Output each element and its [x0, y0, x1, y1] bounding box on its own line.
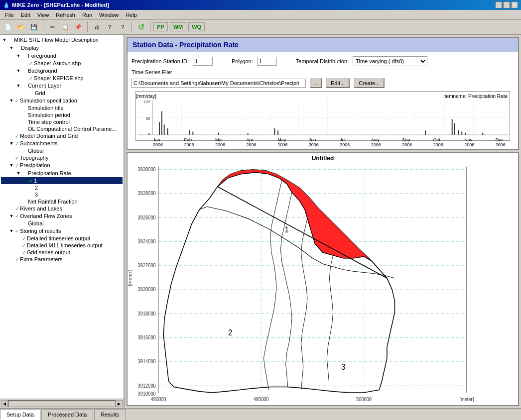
maximize-button[interactable]: □: [503, 1, 510, 8]
tree-toggle-precip[interactable]: ▼: [8, 162, 15, 169]
tree-item-detailedm11[interactable]: ✓Detailed M11 timeseries output: [1, 242, 123, 249]
tree-toggle-preciprate[interactable]: ▼: [15, 170, 22, 177]
wm-button[interactable]: WM: [170, 22, 187, 31]
tree-item-precip[interactable]: ▼✓Precipitation: [1, 161, 123, 169]
timeseries-file-input[interactable]: [131, 79, 306, 88]
tree-toggle-background[interactable]: ▼: [15, 67, 22, 74]
tree-item-overlandflow[interactable]: ▼✓Overland Flow Zones: [1, 212, 123, 220]
main-content: ▼ MIKE SHE Flow Model Description▼ Displ…: [0, 35, 521, 408]
chart-container: [mm/day] Itemname: Precipitation Rate 10…: [135, 91, 510, 141]
tree-item-background[interactable]: ▼ Background: [1, 67, 123, 75]
menu-refresh[interactable]: Refresh: [53, 11, 78, 18]
tree-item-detailed[interactable]: ✓Detailed timeseries output: [1, 235, 123, 242]
help2-button[interactable]: ?: [117, 21, 129, 32]
tree-item-extraparams[interactable]: ✓Extra Parameters: [1, 256, 123, 263]
new-button[interactable]: 📄: [2, 21, 14, 32]
tree-toggle-overlandflow[interactable]: ▼: [8, 212, 15, 219]
title-bar-left: 💧 MIKE Zero - [SHEPar1.she - Modified]: [3, 2, 109, 8]
menu-help[interactable]: Help: [123, 11, 140, 18]
chart-label-mar: Mar2006: [215, 137, 225, 147]
tree-item-topography[interactable]: ✓Topography: [1, 154, 123, 161]
browse-button[interactable]: ...: [310, 78, 322, 88]
tree-label-precip: Precipitation: [20, 162, 50, 168]
tree-item-simspec[interactable]: ▼✓Simulation specification: [1, 97, 123, 105]
menu-view[interactable]: View: [34, 11, 52, 18]
tree-item-p3[interactable]: 3: [1, 191, 123, 198]
tree-toggle-simspec[interactable]: ▼: [8, 97, 15, 104]
tree-item-global2[interactable]: Global: [1, 220, 123, 227]
copy-button[interactable]: 📋: [59, 21, 71, 32]
tab-setup-data[interactable]: Setup Data: [0, 409, 40, 420]
refresh-icon[interactable]: ↺: [135, 21, 147, 32]
tree-toggle-foreground[interactable]: ▼: [15, 52, 22, 59]
help-button[interactable]: ?: [104, 21, 116, 32]
tree-item-foreground[interactable]: ▼ Foreground: [1, 52, 123, 60]
tree-item-global1[interactable]: Global: [1, 147, 123, 154]
tree-toggle-currentlayer[interactable]: ▼: [15, 82, 22, 89]
tree-item-root[interactable]: ▼ MIKE SHE Flow Model Description: [1, 36, 123, 44]
tree-item-p2[interactable]: 2: [1, 184, 123, 191]
open-button[interactable]: 📂: [15, 21, 27, 32]
edit-button[interactable]: Edit...: [326, 78, 350, 88]
tree-label-p2: 2: [35, 185, 38, 191]
tree-item-netrainfall[interactable]: Net Rainfall Fraction: [1, 198, 123, 205]
menu-run[interactable]: Run: [79, 11, 95, 18]
tree-item-shape2[interactable]: ✓Shape: ΚΕΡΙΘΕ.shp: [1, 75, 123, 82]
minimize-button[interactable]: _: [495, 1, 502, 8]
tree-item-preciprate[interactable]: ▼ Precipitation Rate: [1, 169, 123, 177]
tree-item-grid[interactable]: Grid: [1, 90, 123, 97]
svg-rect-27: [277, 130, 278, 135]
tree-toggle-subcatch[interactable]: ▼: [8, 140, 15, 147]
svg-text:[meter]: [meter]: [128, 270, 132, 286]
close-button[interactable]: ✕: [511, 1, 518, 8]
chart-label-feb: Feb2006: [184, 137, 194, 147]
scroll-left-button[interactable]: ◀: [1, 400, 8, 407]
title-bar-buttons[interactable]: _ □ ✕: [495, 1, 518, 8]
polygon-label: Polygon:: [232, 58, 253, 64]
tree-item-display[interactable]: ▼ Display: [1, 44, 123, 52]
temporal-select[interactable]: Time varying (.dfs0) Constant: [353, 56, 427, 66]
tree-toggle-display[interactable]: ▼: [8, 44, 15, 51]
check-icon-p1: ✓: [29, 178, 33, 184]
station-id-label: Precipitation Station ID:: [131, 58, 189, 64]
tab-results[interactable]: Results: [94, 409, 126, 420]
tree-item-rivers[interactable]: ✓Rivers and Lakes: [1, 205, 123, 212]
tree-label-root: MIKE SHE Flow Model Description: [14, 37, 99, 43]
tree-label-simtitle: Simulation title: [28, 105, 64, 111]
tree-item-subcatch[interactable]: ▼✓Subcatchments: [1, 139, 123, 147]
tree-item-olcomp[interactable]: OL Computational Control Parame...: [1, 125, 123, 132]
tree-toggle-root[interactable]: ▼: [1, 36, 8, 43]
tree-item-modelgrid[interactable]: ✓Model Domain and Grid: [1, 132, 123, 139]
tree-container: ▼ MIKE SHE Flow Model Description▼ Displ…: [0, 35, 124, 399]
check-icon-shape1: ✓: [29, 61, 33, 66]
print-button[interactable]: 🖨: [91, 21, 103, 32]
tree-item-simtitle[interactable]: Simulation title: [1, 105, 123, 111]
tree-item-shape1[interactable]: ✓Shape: Λεκάνη.shp: [1, 60, 123, 67]
tab-processed-data[interactable]: Processed Data: [41, 409, 93, 420]
tree-item-p1[interactable]: ✓1: [1, 177, 123, 184]
svg-text:495000: 495000: [254, 397, 269, 403]
tree-item-timestep[interactable]: Time step control: [1, 118, 123, 125]
menu-edit[interactable]: Edit: [18, 11, 33, 18]
tree-label-timestep: Time step control: [28, 119, 70, 125]
svg-rect-28: [425, 130, 426, 135]
station-id-input[interactable]: [193, 57, 213, 66]
wq-button[interactable]: WQ: [188, 22, 205, 31]
svg-rect-21: [167, 128, 168, 135]
tree-item-currentlayer[interactable]: ▼ Current Layer: [1, 82, 123, 90]
tree-toggle-storing[interactable]: ▼: [8, 227, 15, 234]
tree-item-gridseries[interactable]: ✓Grid series output: [1, 249, 123, 256]
svg-rect-20: [164, 124, 165, 134]
tree-item-simperiod[interactable]: Simulation period: [1, 111, 123, 118]
polygon-input[interactable]: [257, 57, 277, 66]
save-button[interactable]: 💾: [28, 21, 40, 32]
menu-window[interactable]: Window: [96, 11, 122, 18]
cut-button[interactable]: ✂: [46, 21, 58, 32]
svg-rect-24: [218, 133, 219, 135]
tree-item-storing[interactable]: ▼✓Storing of results: [1, 227, 123, 235]
scroll-right-button[interactable]: ▶: [116, 400, 123, 407]
create-button[interactable]: Create...: [354, 78, 385, 88]
pp-button[interactable]: PP: [153, 22, 168, 31]
paste-button[interactable]: 📌: [72, 21, 84, 32]
menu-file[interactable]: File: [2, 11, 17, 18]
